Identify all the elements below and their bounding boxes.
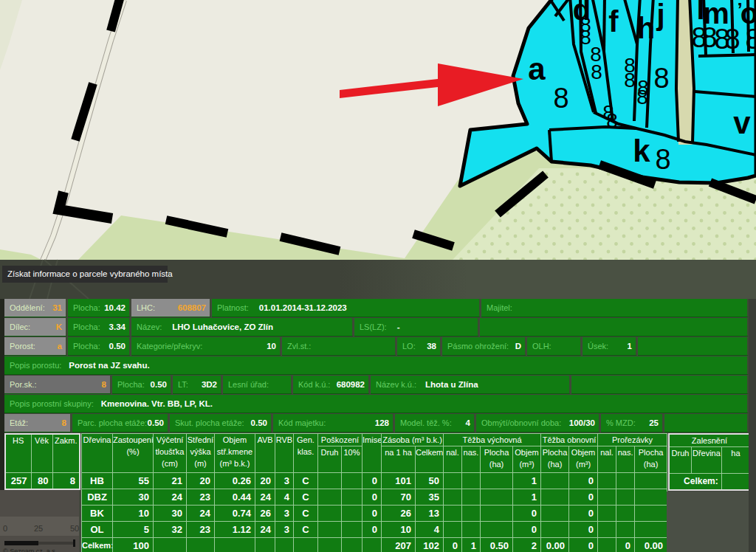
svg-text:8: 8 <box>745 24 756 55</box>
svg-text:8: 8 <box>724 24 740 55</box>
svg-text:8: 8 <box>606 109 618 132</box>
svg-text:a: a <box>528 52 546 86</box>
svg-text:v: v <box>733 106 751 140</box>
svg-text:8: 8 <box>624 69 636 92</box>
svg-text:8: 8 <box>591 61 602 83</box>
svg-text:h: h <box>637 12 655 44</box>
svg-text:8: 8 <box>655 144 670 175</box>
svg-text:’: ’ <box>737 0 742 21</box>
svg-text:k: k <box>633 134 650 168</box>
svg-text:8: 8 <box>653 63 669 94</box>
svg-text:j: j <box>656 0 664 31</box>
svg-text:f: f <box>608 5 619 38</box>
svg-text:8: 8 <box>553 83 568 114</box>
svg-text:8: 8 <box>636 86 648 108</box>
